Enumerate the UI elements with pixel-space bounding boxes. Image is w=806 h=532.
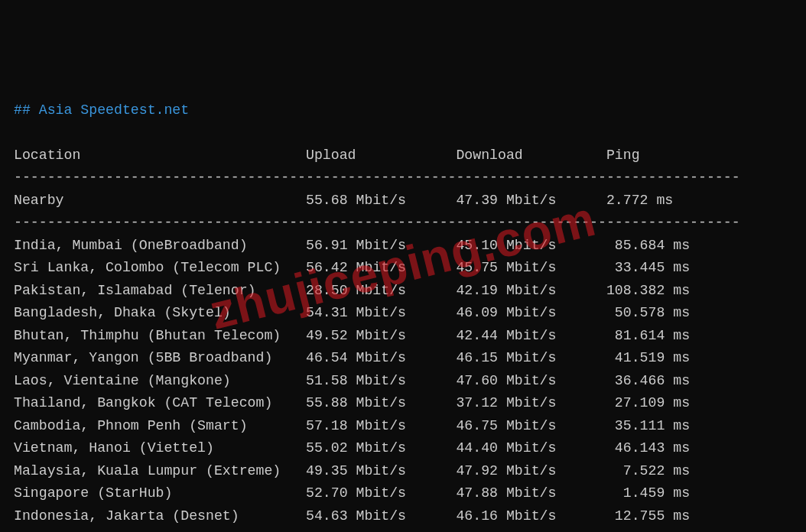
table-header: Location Upload Download Ping (14, 148, 640, 163)
divider-line: ----------------------------------------… (14, 170, 740, 185)
nearby-row: Nearby 55.68 Mbit/s 47.39 Mbit/s 2.772 m… (14, 193, 673, 208)
divider-line: ----------------------------------------… (14, 215, 740, 230)
table-body: India, Mumbai (OneBroadband) 56.91 Mbit/… (14, 238, 690, 532)
section-title: ## Asia Speedtest.net (14, 102, 189, 118)
